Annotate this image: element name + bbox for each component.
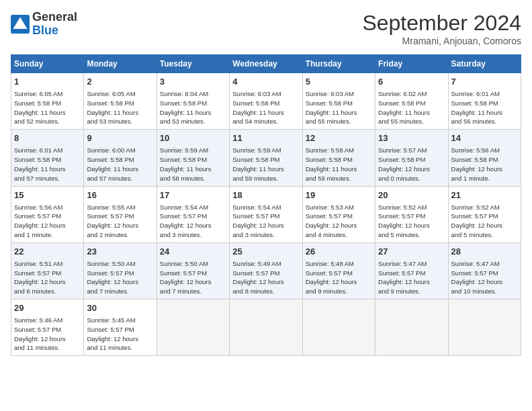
day-number: 15 xyxy=(14,189,81,201)
calendar-row-2: 8Sunrise: 6:01 AM Sunset: 5:58 PM Daylig… xyxy=(11,130,521,186)
day-number: 4 xyxy=(232,76,299,88)
day-info: Sunrise: 6:04 AM Sunset: 5:58 PM Dayligh… xyxy=(160,89,226,126)
calendar-cell: 19Sunrise: 5:53 AM Sunset: 5:57 PM Dayli… xyxy=(302,186,375,242)
day-info: Sunrise: 6:00 AM Sunset: 5:58 PM Dayligh… xyxy=(87,146,153,183)
calendar-row-5: 29Sunrise: 5:46 AM Sunset: 5:57 PM Dayli… xyxy=(11,300,521,356)
day-info: Sunrise: 5:50 AM Sunset: 5:57 PM Dayligh… xyxy=(87,259,153,296)
day-info: Sunrise: 5:50 AM Sunset: 5:57 PM Dayligh… xyxy=(160,259,226,296)
day-number: 21 xyxy=(451,189,518,201)
day-info: Sunrise: 5:56 AM Sunset: 5:57 PM Dayligh… xyxy=(14,203,81,240)
calendar-cell: 18Sunrise: 5:54 AM Sunset: 5:57 PM Dayli… xyxy=(230,186,302,242)
day-number: 12 xyxy=(306,132,372,144)
day-number: 7 xyxy=(451,76,518,88)
calendar-cell: 6Sunrise: 6:02 AM Sunset: 5:58 PM Daylig… xyxy=(375,73,448,130)
day-number: 10 xyxy=(160,132,226,144)
day-number: 8 xyxy=(14,132,81,144)
calendar-cell xyxy=(448,300,521,356)
calendar-cell: 20Sunrise: 5:52 AM Sunset: 5:57 PM Dayli… xyxy=(375,186,448,242)
day-number: 26 xyxy=(306,246,372,258)
title-block: September 2024 Mramani, Anjouan, Comoros xyxy=(362,11,521,46)
calendar-cell: 13Sunrise: 5:57 AM Sunset: 5:58 PM Dayli… xyxy=(375,130,448,186)
calendar-cell: 16Sunrise: 5:55 AM Sunset: 5:57 PM Dayli… xyxy=(84,186,157,242)
day-number: 11 xyxy=(232,132,299,144)
day-number: 29 xyxy=(14,302,81,314)
calendar-table: SundayMondayTuesdayWednesdayThursdayFrid… xyxy=(11,54,521,356)
day-info: Sunrise: 5:52 AM Sunset: 5:57 PM Dayligh… xyxy=(378,203,445,240)
calendar-cell: 30Sunrise: 5:45 AM Sunset: 5:57 PM Dayli… xyxy=(84,300,157,356)
calendar-cell xyxy=(230,300,302,356)
header-wednesday: Wednesday xyxy=(230,55,302,73)
calendar-cell: 11Sunrise: 5:59 AM Sunset: 5:58 PM Dayli… xyxy=(230,130,302,186)
day-number: 14 xyxy=(451,132,518,144)
day-number: 24 xyxy=(160,246,226,258)
day-info: Sunrise: 5:47 AM Sunset: 5:57 PM Dayligh… xyxy=(378,259,445,296)
day-info: Sunrise: 5:59 AM Sunset: 5:58 PM Dayligh… xyxy=(160,146,226,183)
calendar-row-3: 15Sunrise: 5:56 AM Sunset: 5:57 PM Dayli… xyxy=(11,186,521,242)
day-number: 19 xyxy=(306,189,372,201)
logo-line2: Blue xyxy=(32,24,77,38)
calendar-cell: 4Sunrise: 6:03 AM Sunset: 5:58 PM Daylig… xyxy=(230,73,302,130)
day-info: Sunrise: 6:03 AM Sunset: 5:58 PM Dayligh… xyxy=(306,89,372,126)
header-saturday: Saturday xyxy=(448,55,521,73)
day-number: 13 xyxy=(378,132,445,144)
calendar-cell xyxy=(375,300,448,356)
day-number: 30 xyxy=(87,302,153,314)
calendar-cell: 8Sunrise: 6:01 AM Sunset: 5:58 PM Daylig… xyxy=(11,130,84,186)
day-info: Sunrise: 5:47 AM Sunset: 5:57 PM Dayligh… xyxy=(451,259,518,296)
calendar-cell: 25Sunrise: 5:49 AM Sunset: 5:57 PM Dayli… xyxy=(230,242,302,299)
day-info: Sunrise: 5:48 AM Sunset: 5:57 PM Dayligh… xyxy=(306,259,372,296)
day-info: Sunrise: 5:57 AM Sunset: 5:58 PM Dayligh… xyxy=(378,146,445,183)
day-number: 3 xyxy=(160,76,226,88)
day-info: Sunrise: 5:54 AM Sunset: 5:57 PM Dayligh… xyxy=(232,203,299,240)
day-number: 22 xyxy=(14,246,81,258)
calendar-cell: 17Sunrise: 5:54 AM Sunset: 5:57 PM Dayli… xyxy=(157,186,229,242)
calendar-cell: 22Sunrise: 5:51 AM Sunset: 5:57 PM Dayli… xyxy=(11,242,84,299)
calendar-row-1: 1Sunrise: 6:05 AM Sunset: 5:58 PM Daylig… xyxy=(11,73,521,130)
day-info: Sunrise: 6:01 AM Sunset: 5:58 PM Dayligh… xyxy=(14,146,81,183)
day-number: 1 xyxy=(14,76,81,88)
day-info: Sunrise: 6:05 AM Sunset: 5:58 PM Dayligh… xyxy=(87,89,153,126)
header-tuesday: Tuesday xyxy=(157,55,229,73)
calendar-cell: 24Sunrise: 5:50 AM Sunset: 5:57 PM Dayli… xyxy=(157,242,229,299)
day-number: 23 xyxy=(87,246,153,258)
day-info: Sunrise: 5:55 AM Sunset: 5:57 PM Dayligh… xyxy=(87,203,153,240)
calendar-cell: 9Sunrise: 6:00 AM Sunset: 5:58 PM Daylig… xyxy=(84,130,157,186)
calendar-cell: 26Sunrise: 5:48 AM Sunset: 5:57 PM Dayli… xyxy=(302,242,375,299)
page-header: General Blue September 2024 Mramani, Anj… xyxy=(11,11,521,46)
day-number: 20 xyxy=(378,189,445,201)
day-number: 5 xyxy=(306,76,372,88)
day-number: 6 xyxy=(378,76,445,88)
day-number: 27 xyxy=(378,246,445,258)
day-number: 2 xyxy=(87,76,153,88)
header-monday: Monday xyxy=(84,55,157,73)
calendar-cell xyxy=(302,300,375,356)
calendar-cell: 1Sunrise: 6:05 AM Sunset: 5:58 PM Daylig… xyxy=(11,73,84,130)
day-number: 28 xyxy=(451,246,518,258)
day-number: 17 xyxy=(160,189,226,201)
day-info: Sunrise: 5:56 AM Sunset: 5:58 PM Dayligh… xyxy=(451,146,518,183)
month-title: September 2024 xyxy=(362,11,521,36)
day-info: Sunrise: 5:51 AM Sunset: 5:57 PM Dayligh… xyxy=(14,259,81,296)
logo-icon xyxy=(11,15,30,34)
header-friday: Friday xyxy=(375,55,448,73)
calendar-cell: 3Sunrise: 6:04 AM Sunset: 5:58 PM Daylig… xyxy=(157,73,229,130)
day-info: Sunrise: 5:45 AM Sunset: 5:57 PM Dayligh… xyxy=(87,316,153,353)
day-info: Sunrise: 5:54 AM Sunset: 5:57 PM Dayligh… xyxy=(160,203,226,240)
day-info: Sunrise: 5:59 AM Sunset: 5:58 PM Dayligh… xyxy=(232,146,299,183)
logo-line1: General xyxy=(32,11,77,24)
day-info: Sunrise: 6:02 AM Sunset: 5:58 PM Dayligh… xyxy=(378,89,445,126)
calendar-cell: 10Sunrise: 5:59 AM Sunset: 5:58 PM Dayli… xyxy=(157,130,229,186)
logo: General Blue xyxy=(11,11,77,38)
calendar-cell: 28Sunrise: 5:47 AM Sunset: 5:57 PM Dayli… xyxy=(448,242,521,299)
calendar-cell: 2Sunrise: 6:05 AM Sunset: 5:58 PM Daylig… xyxy=(84,73,157,130)
calendar-cell: 29Sunrise: 5:46 AM Sunset: 5:57 PM Dayli… xyxy=(11,300,84,356)
calendar-cell: 14Sunrise: 5:56 AM Sunset: 5:58 PM Dayli… xyxy=(448,130,521,186)
calendar-cell: 27Sunrise: 5:47 AM Sunset: 5:57 PM Dayli… xyxy=(375,242,448,299)
calendar-cell: 5Sunrise: 6:03 AM Sunset: 5:58 PM Daylig… xyxy=(302,73,375,130)
calendar-cell xyxy=(157,300,229,356)
day-number: 9 xyxy=(87,132,153,144)
day-number: 18 xyxy=(232,189,299,201)
calendar-row-4: 22Sunrise: 5:51 AM Sunset: 5:57 PM Dayli… xyxy=(11,242,521,299)
location: Mramani, Anjouan, Comoros xyxy=(362,36,521,46)
day-info: Sunrise: 6:01 AM Sunset: 5:58 PM Dayligh… xyxy=(451,89,518,126)
